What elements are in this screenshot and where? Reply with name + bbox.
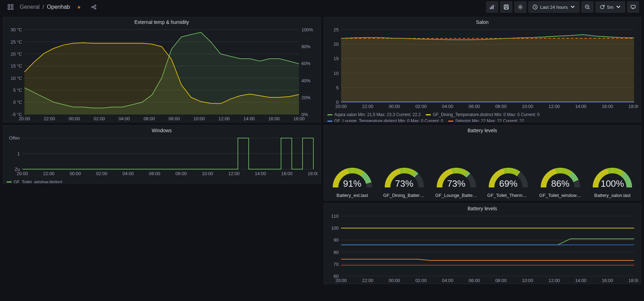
svg-point-5 xyxy=(95,5,96,6)
svg-text:5: 5 xyxy=(336,85,338,90)
svg-text:20 °C: 20 °C xyxy=(11,51,22,57)
legend-aqara[interactable]: Aqara salon Min: 21.5 Max: 23.3 Current:… xyxy=(327,112,421,117)
svg-text:00:00: 00:00 xyxy=(69,116,80,121)
svg-text:20:00: 20:00 xyxy=(335,103,346,109)
svg-text:110: 110 xyxy=(331,213,338,219)
svg-text:0 °C: 0 °C xyxy=(13,100,22,105)
legend-dining[interactable]: GF_Dining_Temperature.distinct Min: 0 Ma… xyxy=(426,112,540,117)
svg-text:100: 100 xyxy=(331,225,338,231)
svg-text:20:00: 20:00 xyxy=(19,116,30,121)
svg-text:04:00: 04:00 xyxy=(442,103,453,109)
svg-rect-1 xyxy=(11,5,13,6)
svg-text:10:00: 10:00 xyxy=(194,116,205,121)
dashboard-grid: External temp & humidity -5 °C0 °C5 °C10… xyxy=(0,14,644,287)
gauges-container: 91%Battery_ext.last73%GF_Dining_Battery.… xyxy=(324,135,641,200)
svg-text:00:00: 00:00 xyxy=(389,103,400,109)
svg-text:04:00: 04:00 xyxy=(123,171,134,176)
svg-text:20:00: 20:00 xyxy=(17,171,28,176)
svg-rect-21 xyxy=(631,5,635,8)
svg-text:5 °C: 5 °C xyxy=(13,88,22,93)
refresh-button[interactable]: 5m xyxy=(596,1,625,13)
gauge: 69%GF_Toilet_Thermost... xyxy=(483,138,533,198)
timepicker-button[interactable]: Last 24 hours xyxy=(528,1,579,13)
svg-text:06:00: 06:00 xyxy=(144,116,155,121)
svg-text:12:00: 12:00 xyxy=(548,103,560,109)
star-icon[interactable]: ★ xyxy=(73,2,85,12)
breadcrumb: General / Openhab xyxy=(20,4,70,10)
svg-text:02:00: 02:00 xyxy=(94,116,105,121)
svg-rect-0 xyxy=(8,5,10,6)
svg-text:20:00: 20:00 xyxy=(335,277,346,283)
svg-text:16:00: 16:00 xyxy=(601,277,613,283)
topbar: General / Openhab ★ + Last 24 hours 5m xyxy=(0,0,644,14)
panel-battery-gauges[interactable]: Battery levels 91%Battery_ext.last73%GF_… xyxy=(324,125,642,200)
svg-text:06:00: 06:00 xyxy=(468,277,480,283)
svg-point-16 xyxy=(520,6,521,8)
gauge: 73%GF_Lounge_Battery.l... xyxy=(431,138,481,198)
add-panel-button[interactable]: + xyxy=(486,1,498,13)
panel-battery-lines[interactable]: Battery levels 6070809010011020:0022:000… xyxy=(324,203,642,284)
svg-text:14:00: 14:00 xyxy=(575,103,586,109)
breadcrumb-folder[interactable]: General xyxy=(20,4,40,10)
svg-text:02:00: 02:00 xyxy=(415,277,427,283)
panel-title: Salon xyxy=(324,17,641,26)
svg-rect-11 xyxy=(493,5,494,9)
gauge-label: GF_Dining_Battery.last xyxy=(383,193,425,198)
svg-rect-9 xyxy=(490,7,491,9)
svg-text:18:00: 18:00 xyxy=(628,103,638,109)
chart-battery-lines: 6070809010011020:0022:0000:0002:0004:000… xyxy=(327,213,638,283)
svg-text:15 °C: 15 °C xyxy=(11,63,22,69)
gauge: 100%Battery_salon.last xyxy=(587,138,637,198)
panel-windows[interactable]: Windows Zu1Offen20:0022:0000:0002:0004:0… xyxy=(3,125,321,184)
settings-button[interactable] xyxy=(514,1,526,13)
svg-rect-2 xyxy=(8,8,10,9)
svg-text:90: 90 xyxy=(333,237,338,243)
svg-line-7 xyxy=(93,6,95,7)
panel-external-temp-humidity[interactable]: External temp & humidity -5 °C0 °C5 °C10… xyxy=(3,17,321,122)
svg-point-6 xyxy=(95,8,96,9)
dashboard-grid-icon[interactable] xyxy=(5,2,16,12)
svg-text:08:00: 08:00 xyxy=(495,103,506,109)
gauge-label: GF_Toilet_window_b... xyxy=(539,193,581,198)
svg-line-8 xyxy=(93,7,95,8)
svg-text:16:00: 16:00 xyxy=(281,171,293,176)
svg-text:12:00: 12:00 xyxy=(219,116,230,121)
svg-text:18:00: 18:00 xyxy=(308,171,318,176)
svg-text:04:00: 04:00 xyxy=(119,116,130,121)
svg-text:12:00: 12:00 xyxy=(548,277,560,283)
zoom-out-button[interactable] xyxy=(581,1,593,13)
svg-text:02:00: 02:00 xyxy=(96,171,107,176)
svg-text:30 °C: 30 °C xyxy=(11,27,22,32)
panel-salon[interactable]: Salon 051015202520:0022:0000:0002:0004:0… xyxy=(324,17,642,122)
gauge-label: Battery_salon.last xyxy=(594,193,630,198)
svg-text:18:00: 18:00 xyxy=(628,277,638,283)
svg-text:00:00: 00:00 xyxy=(70,171,81,176)
save-button[interactable] xyxy=(500,1,512,13)
svg-text:12:00: 12:00 xyxy=(228,171,240,176)
gauge-label: Battery_ext.last xyxy=(337,193,368,198)
tv-mode-button[interactable] xyxy=(627,1,639,13)
svg-text:16:00: 16:00 xyxy=(601,103,613,109)
svg-text:22:00: 22:00 xyxy=(43,171,54,176)
svg-text:Offen: Offen xyxy=(9,135,20,141)
timepicker-label: Last 24 hours xyxy=(540,5,568,10)
gauge: 86%GF_Toilet_window_b... xyxy=(535,138,585,198)
share-icon[interactable] xyxy=(88,2,99,12)
legend-toilet-window[interactable]: GF_Toilet_window.distinct xyxy=(7,180,62,184)
svg-text:06:00: 06:00 xyxy=(468,103,480,109)
gauge: 73%GF_Dining_Battery.last xyxy=(379,138,429,198)
svg-text:80%: 80% xyxy=(301,44,311,49)
legend-lounge[interactable]: GF_Lounge_Temperature.distinct Min: 0 Ma… xyxy=(327,119,443,122)
svg-text:06:00: 06:00 xyxy=(149,171,160,176)
svg-point-4 xyxy=(92,6,93,8)
svg-text:70: 70 xyxy=(333,262,338,267)
svg-text:25 °C: 25 °C xyxy=(11,39,22,44)
panel-title: Windows xyxy=(3,126,320,135)
breadcrumb-dashboard: Openhab xyxy=(47,4,70,10)
svg-text:22:00: 22:00 xyxy=(44,116,55,121)
gauge-value: 69% xyxy=(487,178,529,189)
svg-text:14:00: 14:00 xyxy=(243,116,255,121)
legend-setpoint[interactable]: Setpoint Min: 22 Max: 22 Current: 22 xyxy=(448,119,524,122)
svg-text:1: 1 xyxy=(18,151,20,156)
svg-text:10:00: 10:00 xyxy=(202,171,213,176)
